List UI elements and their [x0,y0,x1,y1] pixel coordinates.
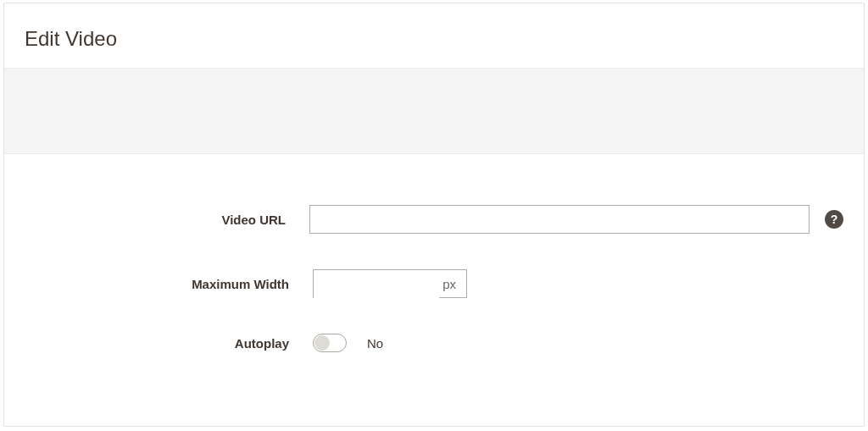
max-width-unit: px [439,270,466,297]
max-width-input-wrapper: px [313,269,467,298]
max-width-row: Maximum Width px [25,269,843,298]
autoplay-toggle[interactable] [313,334,347,352]
panel-title: Edit Video [4,3,864,68]
help-icon[interactable]: ? [825,210,843,229]
edit-video-panel: Edit Video Video URL ? Maximum Width px … [3,3,865,427]
video-preview-area [4,68,864,154]
form-area: Video URL ? Maximum Width px Autoplay [4,154,864,352]
video-url-label: Video URL [25,213,309,227]
autoplay-state-label: No [367,336,383,351]
video-url-row: Video URL ? [25,205,843,234]
autoplay-control: No [313,334,383,352]
autoplay-label: Autoplay [25,336,313,351]
autoplay-row: Autoplay No [25,334,843,352]
max-width-input[interactable] [314,270,439,299]
max-width-control: px [313,269,467,298]
video-url-control: ? [309,205,843,234]
toggle-knob [314,335,330,351]
video-url-input[interactable] [309,205,810,234]
max-width-label: Maximum Width [25,277,313,291]
